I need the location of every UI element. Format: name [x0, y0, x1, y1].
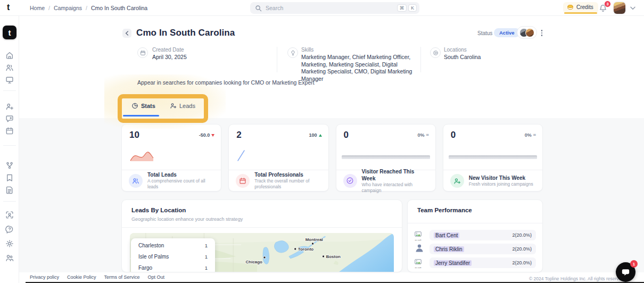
- team-performance-title: Team Performance: [417, 207, 472, 213]
- equals-icon: =: [426, 132, 428, 138]
- location-count: 1: [205, 243, 208, 248]
- location-city: Isle of Palms: [138, 254, 169, 260]
- page-title: Cmo In South Carolina: [136, 28, 235, 38]
- avatar-alt-text: avat: [415, 239, 426, 240]
- sidebar-item-settings[interactable]: [5, 239, 14, 248]
- file-icon: [5, 186, 14, 194]
- leads-by-location-card: Leads By Location Geographic location en…: [121, 199, 402, 272]
- stat-subtitle: A comprehensive count of all leads: [147, 178, 214, 190]
- credits-button[interactable]: Credits: [563, 2, 598, 13]
- sidebar-item-documents[interactable]: [5, 186, 14, 194]
- sidebar-divider: [3, 145, 16, 146]
- chevron-down-icon[interactable]: [630, 6, 635, 10]
- back-button[interactable]: [122, 29, 131, 38]
- keyboard-shortcut: ⌘ K: [397, 4, 417, 12]
- broken-image-avatar: avat: [415, 257, 426, 268]
- map-label-montreal: Montreal: [306, 237, 323, 242]
- footer-link-optout[interactable]: Opt Out: [148, 274, 165, 280]
- stat-delta: 0%: [525, 132, 532, 138]
- location-list: Charleston 1 Isle of Palms 1 Fargo 1: [131, 238, 215, 272]
- sidebar-divider: [3, 201, 16, 202]
- team-member-value: 2(20.0%): [512, 232, 532, 238]
- stat-value: 2: [236, 130, 241, 140]
- sidebar-item-team[interactable]: [5, 254, 14, 262]
- chat-unread-badge: 1: [630, 260, 638, 268]
- sparkline-area: [130, 149, 154, 162]
- user-plus-icon: [450, 174, 464, 188]
- team-row: avat Jerry Standifer 2(20.0%): [408, 257, 542, 269]
- team-performance-card: Team Performance avat Bart Cent 2(20.0%)…: [407, 199, 543, 272]
- stat-card-new-visitor: 0 0%= New Visitor This Week Fresh visito…: [443, 124, 543, 192]
- triangle-down-icon: [211, 134, 214, 137]
- breadcrumb-campaigns[interactable]: Campaigns: [54, 5, 82, 11]
- search-input[interactable]: Search ⌘ K: [250, 2, 419, 14]
- sidebar-item-help[interactable]: [5, 225, 14, 234]
- user-avatar[interactable]: [614, 2, 625, 14]
- settings-icon: [5, 239, 14, 248]
- help-icon: [5, 225, 14, 234]
- stat-card-total-professionals: 2 100 Total Professionals Track the over…: [228, 124, 328, 192]
- stat-card-visitor-reached: 0 0%= Visitor Reached This Week Who have…: [336, 124, 436, 192]
- campaign-description: Appear in searches for companies looking…: [137, 79, 315, 86]
- footer-link-cookie[interactable]: Cookie Policy: [67, 274, 96, 280]
- notifications-button[interactable]: 3: [599, 4, 608, 13]
- team-row: avat Bart Cent 2(20.0%): [408, 229, 542, 241]
- stat-cards-row: 10 -50.0 Total Leads A comprehensive cou…: [121, 124, 543, 192]
- stat-subtitle: Track the overall number of professional…: [254, 178, 321, 190]
- status-badge[interactable]: Active: [494, 28, 520, 37]
- assignee-avatar-group[interactable]: [517, 26, 537, 39]
- stat-subtitle: Fresh visitors joining campaigns: [469, 181, 533, 187]
- cmd-key: ⌘: [397, 4, 407, 12]
- stat-title: Total Leads: [147, 171, 214, 178]
- triangle-up-icon: [319, 134, 322, 137]
- footer-links: Privacy policy Cookie Policy Terms of Se…: [30, 274, 164, 280]
- workflow-icon: [5, 161, 14, 170]
- sidebar-divider: [3, 90, 16, 91]
- created-date-icon-wrap: [137, 47, 148, 58]
- sidebar-item-calendar[interactable]: [5, 127, 14, 135]
- footer-link-terms[interactable]: Terms of Service: [104, 274, 140, 280]
- sidebar-item-workflows[interactable]: [5, 161, 14, 170]
- sidebar-item-contacts[interactable]: [5, 63, 14, 72]
- footer-link-privacy[interactable]: Privacy policy: [30, 274, 59, 280]
- sidebar-item-home[interactable]: [5, 51, 14, 60]
- leads-by-location-header: Leads By Location Geographic location en…: [122, 200, 402, 228]
- stat-title: Total Professionals: [254, 171, 321, 178]
- sidebar-item-dashboard[interactable]: [5, 76, 14, 84]
- user-plus-icon: [170, 102, 177, 109]
- locations-label: Locations: [444, 47, 467, 53]
- sidebar-item-saved[interactable]: [5, 173, 14, 182]
- location-count: 1: [205, 254, 208, 260]
- stat-title: New Visitor This Week: [469, 174, 533, 181]
- breadcrumb-current: Cmo In South Carolina: [91, 5, 147, 11]
- k-key: K: [408, 4, 417, 12]
- brand-logo[interactable]: t: [7, 3, 10, 12]
- target-icon: [433, 50, 439, 56]
- status-label: Status: [477, 30, 492, 36]
- broken-image-avatar: avat: [415, 229, 426, 240]
- sparkline-flat: [342, 155, 430, 159]
- stat-value: 10: [129, 130, 139, 140]
- search-placeholder: Search: [266, 5, 397, 11]
- tab-stats[interactable]: Stats: [131, 102, 155, 109]
- team-member-value: 2(20.0%): [512, 260, 532, 265]
- more-options-button[interactable]: [538, 29, 546, 37]
- sidebar-logo[interactable]: t: [3, 26, 16, 39]
- locations-icon-wrap: [430, 47, 441, 58]
- sparkline-flat: [449, 155, 537, 159]
- tab-leads[interactable]: Leads: [170, 102, 195, 109]
- sidebar-item-messages[interactable]: [5, 114, 14, 123]
- team-member-name: Bart Cent: [434, 232, 459, 238]
- pie-chart-icon: [131, 102, 138, 109]
- created-date-label: Created Date: [152, 47, 184, 53]
- credits-label: Credits: [576, 4, 593, 10]
- breadcrumb-separator: /: [86, 5, 87, 11]
- breadcrumb-home[interactable]: Home: [30, 5, 45, 11]
- sidebar-item-add-lead[interactable]: [5, 102, 14, 111]
- meta-divider: [277, 47, 277, 72]
- check-circle-icon: [343, 174, 357, 188]
- users-icon: [5, 63, 14, 72]
- active-tab-indicator: [123, 115, 159, 116]
- avatar-alt-text: avat: [415, 267, 426, 268]
- sidebar-item-identity[interactable]: [5, 211, 14, 219]
